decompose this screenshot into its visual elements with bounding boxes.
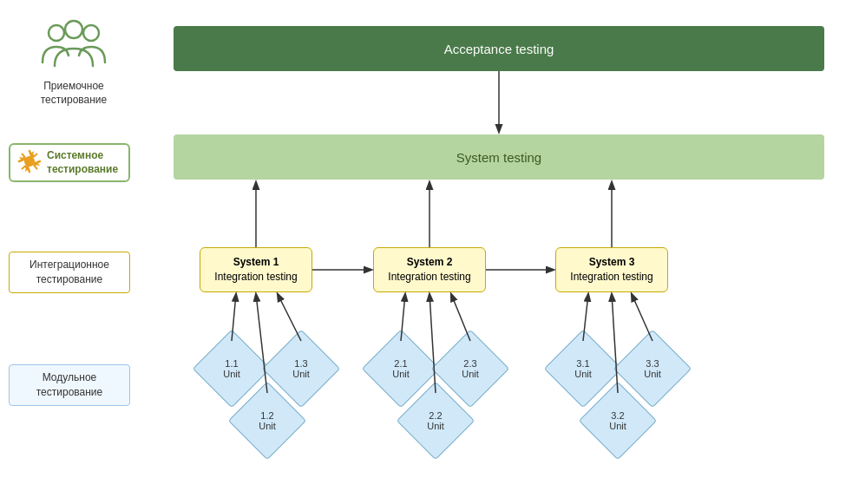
unit-sidebar-label: Модульное тестирование bbox=[9, 364, 130, 406]
integration-box-1: System 1 Integration testing bbox=[200, 247, 312, 292]
integration-box-2: System 2 Integration testing bbox=[373, 247, 486, 292]
acceptance-box: Acceptance testing bbox=[174, 26, 824, 71]
gear-icon bbox=[17, 149, 42, 176]
diagram-container: Приемочное тестирование Системное тестир… bbox=[0, 0, 859, 504]
system-sidebar-label: Системное тестирование bbox=[47, 149, 121, 176]
integration-box-3: System 3 Integration testing bbox=[555, 247, 668, 292]
int1-subtitle: Integration testing bbox=[214, 270, 297, 285]
acceptance-sidebar: Приемочное тестирование bbox=[17, 17, 130, 107]
int3-title: System 3 bbox=[589, 255, 635, 270]
int1-title: System 1 bbox=[233, 255, 279, 270]
svg-point-0 bbox=[49, 25, 64, 41]
integration-sidebar-label: Интеграционное тестирование bbox=[9, 252, 130, 293]
people-icon bbox=[39, 17, 108, 76]
svg-point-5 bbox=[27, 159, 32, 164]
system-box: System testing bbox=[174, 134, 824, 180]
system-sidebar-badge: Системное тестирование bbox=[9, 143, 130, 182]
int2-title: System 2 bbox=[407, 255, 453, 270]
svg-point-2 bbox=[65, 21, 82, 38]
int2-subtitle: Integration testing bbox=[388, 270, 470, 285]
int3-subtitle: Integration testing bbox=[570, 270, 652, 285]
acceptance-sidebar-label: Приемочное тестирование bbox=[17, 80, 130, 107]
svg-point-1 bbox=[83, 25, 99, 41]
